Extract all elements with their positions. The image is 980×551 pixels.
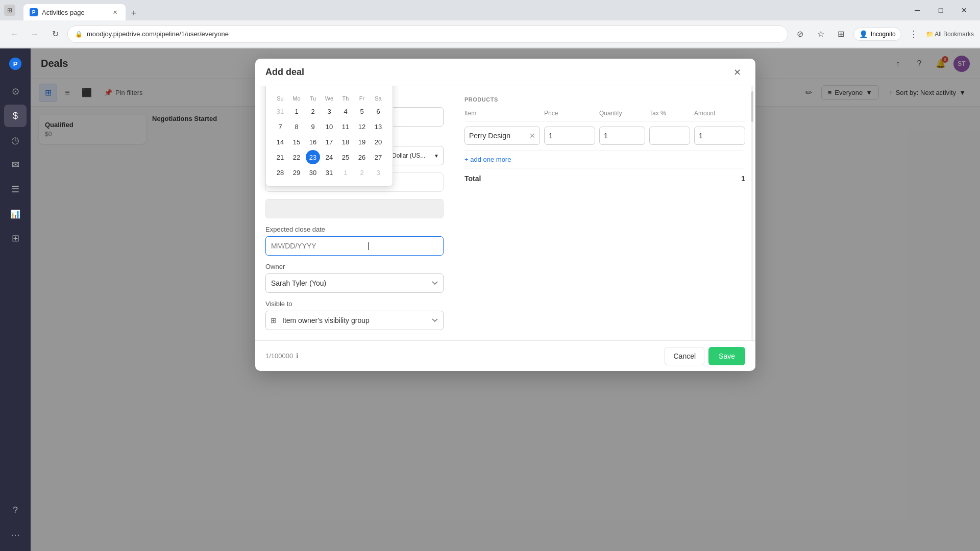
refresh-button[interactable]: ↻ [47, 26, 63, 42]
cal-header-fr: Fr [354, 93, 370, 104]
sidebar-item-help[interactable]: ? [4, 499, 27, 521]
expected-close-date-label: Expected close date [265, 226, 444, 233]
cal-day[interactable]: 25 [338, 150, 353, 164]
col-header-tax: Tax % [649, 110, 690, 117]
app-logo[interactable]: P [5, 54, 26, 74]
scrollbar[interactable] [750, 86, 754, 340]
sidebar: P ⊙ $ ◷ ✉ ☰ 📊 ⊞ ? ⋯ [0, 48, 31, 551]
sidebar-item-contacts[interactable]: ☰ [4, 178, 27, 201]
tab-close-button[interactable]: ✕ [110, 8, 119, 17]
char-count-info-icon[interactable]: ℹ [296, 352, 299, 360]
owner-label: Owner [265, 263, 444, 270]
product-tax-input[interactable] [649, 127, 690, 145]
add-more-product-button[interactable]: + add one more [464, 156, 511, 163]
owner-select[interactable]: Sarah Tyler (You) [265, 273, 444, 293]
sidebar-item-activities[interactable]: ◷ [4, 129, 27, 152]
product-item-cell[interactable]: Perry Design ✕ [464, 127, 540, 145]
cal-day[interactable]: 31 [322, 165, 336, 180]
cal-day[interactable]: 29 [289, 165, 304, 180]
cal-day[interactable]: 14 [273, 135, 287, 149]
browser-tab[interactable]: P Activities page ✕ [23, 4, 126, 20]
modal-header: Add deal ✕ [255, 59, 755, 86]
visible-to-select[interactable]: Item owner's visibility group [265, 311, 444, 330]
cal-day[interactable]: 16 [306, 135, 320, 149]
expected-close-date-input[interactable] [265, 236, 444, 256]
cal-day[interactable]: 1 [289, 104, 304, 118]
char-count: 1/100000 ℹ [265, 352, 299, 360]
cal-day[interactable]: 27 [371, 150, 385, 164]
modal-footer: 1/100000 ℹ Cancel Save [255, 340, 755, 371]
cal-day[interactable]: 7 [273, 119, 287, 134]
modal-close-button[interactable]: ✕ [729, 64, 745, 81]
cal-day[interactable]: 2 [355, 165, 369, 180]
cal-day[interactable]: 2 [306, 104, 320, 118]
cal-day[interactable]: 30 [306, 165, 320, 180]
cal-day[interactable]: 20 [371, 135, 385, 149]
product-item-name: Perry Design [469, 132, 526, 140]
char-count-value: 1/100000 [265, 352, 293, 360]
cal-day[interactable]: 24 [322, 150, 336, 164]
new-tab-button[interactable]: + [127, 6, 141, 20]
cal-day[interactable]: 22 [289, 150, 304, 164]
cal-day[interactable]: 9 [306, 119, 320, 134]
expected-close-date-section: ‹ January 2024 › Su Mo Tu We [265, 226, 444, 256]
sidebar-item-integrations[interactable]: ⊞ [4, 227, 27, 249]
bookmark-icon[interactable]: ☆ [813, 26, 829, 42]
visible-to-label: Visible to [265, 300, 444, 308]
sidebar-item-home[interactable]: ⊙ [4, 80, 27, 103]
extension-icon[interactable]: ⊞ [833, 26, 849, 42]
cal-day[interactable]: 13 [371, 119, 385, 134]
cal-day[interactable]: 3 [322, 104, 336, 118]
modal-title: Add deal [265, 67, 304, 78]
cal-day[interactable]: 11 [338, 119, 353, 134]
cal-day[interactable]: 8 [289, 119, 304, 134]
cal-day[interactable]: 26 [355, 150, 369, 164]
menu-button[interactable]: ⋮ [905, 26, 922, 42]
product-item-clear-button[interactable]: ✕ [529, 132, 535, 140]
cal-day[interactable]: 28 [273, 165, 287, 180]
cal-day[interactable]: 21 [273, 150, 287, 164]
cal-day[interactable]: 5 [355, 104, 369, 118]
total-value: 1 [741, 174, 745, 183]
minimize-button[interactable]: ─ [905, 2, 929, 18]
forward-button[interactable]: → [27, 26, 43, 42]
cal-day[interactable]: 6 [371, 104, 385, 118]
cal-day[interactable]: 1 [338, 165, 353, 180]
owner-select-wrapper: Sarah Tyler (You) [265, 273, 444, 293]
maximize-button[interactable]: □ [929, 2, 952, 18]
back-button[interactable]: ← [6, 26, 22, 42]
product-price-input[interactable] [544, 127, 595, 145]
sidebar-item-deals[interactable]: $ [4, 105, 27, 127]
calendar-prev-button[interactable]: ‹ [272, 86, 286, 88]
cal-day[interactable]: 3 [371, 165, 385, 180]
product-amount-input[interactable] [694, 127, 745, 145]
calendar-next-button[interactable]: › [372, 86, 386, 88]
address-bar[interactable]: 🔒 moodjoy.pipedrive.com/pipeline/1/user/… [67, 26, 788, 43]
cal-day[interactable]: 18 [338, 135, 353, 149]
sidebar-item-reports[interactable]: 📊 [4, 203, 27, 225]
browser-tab-switcher[interactable]: ⊞ [4, 5, 15, 16]
cancel-button[interactable]: Cancel [665, 347, 704, 365]
incognito-icon: 👤 [859, 30, 868, 38]
cal-day[interactable]: 10 [322, 119, 336, 134]
profile-button[interactable]: 👤 Incognito [853, 28, 901, 41]
scrollbar-thumb[interactable] [751, 91, 753, 122]
cal-day-today[interactable]: 23 [306, 150, 320, 164]
col-header-amount: Amount [694, 110, 745, 117]
sidebar-item-more[interactable]: ⋯ [4, 523, 27, 546]
cal-header-sa: Sa [370, 93, 386, 104]
cal-day[interactable]: 15 [289, 135, 304, 149]
cal-day[interactable]: 19 [355, 135, 369, 149]
cal-day[interactable]: 12 [355, 119, 369, 134]
cal-day[interactable]: 17 [322, 135, 336, 149]
cal-header-su: Su [272, 93, 288, 104]
close-window-button[interactable]: ✕ [952, 2, 976, 18]
product-quantity-input[interactable] [599, 127, 645, 145]
products-table: Item Price Quantity Tax % Amount Perry [464, 110, 745, 151]
cal-header-th: Th [337, 93, 354, 104]
cal-day[interactable]: 31 [273, 104, 287, 118]
save-button[interactable]: Save [708, 347, 745, 365]
cal-day[interactable]: 4 [338, 104, 353, 118]
sidebar-item-mail[interactable]: ✉ [4, 154, 27, 176]
cursor-indicator: | [368, 241, 370, 251]
